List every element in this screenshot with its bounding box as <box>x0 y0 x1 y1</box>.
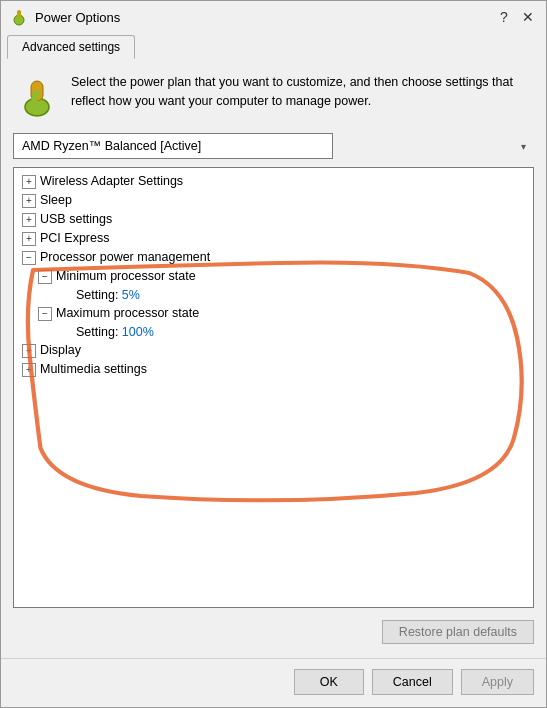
tree-label-processor: Processor power management <box>40 250 210 264</box>
help-button[interactable]: ? <box>494 7 514 27</box>
tree-item-pci[interactable]: +PCI Express <box>14 229 533 248</box>
expand-icon-display[interactable]: + <box>22 344 36 358</box>
expand-icon-sleep[interactable]: + <box>22 194 36 208</box>
tree-label-maxsetting: Setting: <box>76 325 118 339</box>
close-button[interactable]: ✕ <box>518 7 538 27</box>
cancel-button[interactable]: Cancel <box>372 669 453 695</box>
tree-value-maxsetting: 100% <box>118 325 153 339</box>
dialog-content: Select the power plan that you want to c… <box>1 59 546 658</box>
restore-btn-row: Restore plan defaults <box>13 616 534 648</box>
tree-item-minstate[interactable]: −Minimum processor state <box>14 267 533 286</box>
tree-label-wireless: Wireless Adapter Settings <box>40 174 183 188</box>
advanced-settings-tab[interactable]: Advanced settings <box>7 35 135 59</box>
expand-icon-pci[interactable]: + <box>22 232 36 246</box>
power-options-dialog: Power Options ? ✕ Advanced settings Sele… <box>0 0 547 708</box>
tree-label-usb: USB settings <box>40 212 112 226</box>
description-box: Select the power plan that you want to c… <box>13 69 534 125</box>
dropdown-arrow-icon: ▾ <box>521 141 526 152</box>
plan-dropdown[interactable]: AMD Ryzen™ Balanced [Active] <box>13 133 333 159</box>
expand-icon-minstate[interactable]: − <box>38 270 52 284</box>
tree-item-maxsetting[interactable]: Setting: 100% <box>14 323 533 341</box>
tree-label-display: Display <box>40 343 81 357</box>
expand-icon-processor[interactable]: − <box>22 251 36 265</box>
tree-label-sleep: Sleep <box>40 193 72 207</box>
tree-item-processor[interactable]: −Processor power management <box>14 248 533 267</box>
tree-label-pci: PCI Express <box>40 231 109 245</box>
tab-bar: Advanced settings <box>1 31 546 59</box>
power-icon <box>13 73 61 121</box>
description-text: Select the power plan that you want to c… <box>71 73 534 111</box>
tree-item-maxstate[interactable]: −Maximum processor state <box>14 304 533 323</box>
tree-value-minsetting: 5% <box>118 288 140 302</box>
tree-label-minsetting: Setting: <box>76 288 118 302</box>
tree-item-usb[interactable]: +USB settings <box>14 210 533 229</box>
expand-icon-maxstate[interactable]: − <box>38 307 52 321</box>
tree-label-minstate: Minimum processor state <box>56 269 196 283</box>
plan-dropdown-wrapper[interactable]: AMD Ryzen™ Balanced [Active] ▾ <box>13 133 534 159</box>
tree-label-maxstate: Maximum processor state <box>56 306 199 320</box>
dialog-button-row: OK Cancel Apply <box>1 658 546 707</box>
expand-icon-wireless[interactable]: + <box>22 175 36 189</box>
expand-icon-usb[interactable]: + <box>22 213 36 227</box>
tree-item-minsetting[interactable]: Setting: 5% <box>14 286 533 304</box>
ok-button[interactable]: OK <box>294 669 364 695</box>
expand-icon-multimedia[interactable]: + <box>22 363 36 377</box>
restore-defaults-button[interactable]: Restore plan defaults <box>382 620 534 644</box>
title-bar: Power Options ? ✕ <box>1 1 546 31</box>
tree-item-multimedia[interactable]: +Multimedia settings <box>14 360 533 379</box>
tree-item-display[interactable]: +Display <box>14 341 533 360</box>
apply-button[interactable]: Apply <box>461 669 534 695</box>
title-bar-icon <box>9 7 29 27</box>
tree-item-wireless[interactable]: +Wireless Adapter Settings <box>14 172 533 191</box>
tree-item-sleep[interactable]: +Sleep <box>14 191 533 210</box>
settings-tree[interactable]: +Wireless Adapter Settings+Sleep+USB set… <box>13 167 534 608</box>
title-bar-controls: ? ✕ <box>494 7 538 27</box>
title-bar-title: Power Options <box>35 10 494 25</box>
tree-label-multimedia: Multimedia settings <box>40 362 147 376</box>
